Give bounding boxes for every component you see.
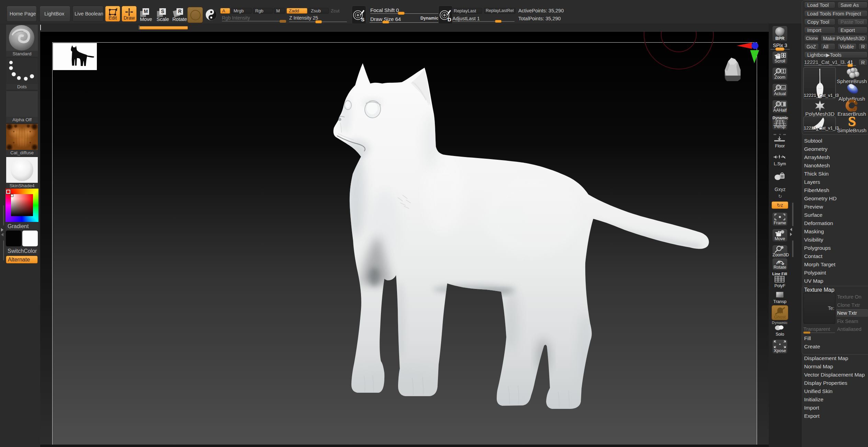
- svg-text:S: S: [361, 16, 364, 22]
- svg-text:D: D: [448, 16, 451, 22]
- svg-text:R: R: [778, 260, 781, 264]
- svg-text:x1: x1: [782, 87, 785, 90]
